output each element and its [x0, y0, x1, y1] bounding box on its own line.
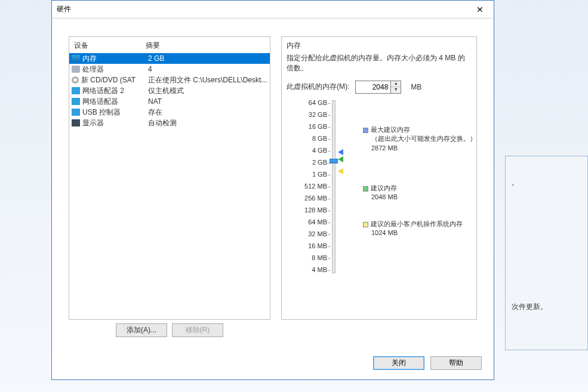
- device-list-panel: 设备 摘要 内存2 GB处理器4新 CD/DVD (SAT正在使用文件 C:\U…: [69, 36, 270, 320]
- device-summary: 2 GB: [148, 54, 270, 63]
- tick-label: 32 GB: [282, 111, 327, 118]
- device-summary: 自动检测: [148, 118, 270, 128]
- tick-label: 4 MB: [282, 266, 327, 273]
- tick-label: 128 MB: [282, 206, 327, 214]
- remove-button: 移除(R): [172, 323, 223, 337]
- legend-recommended: 建议内存 2048 MB: [363, 184, 398, 202]
- dialog-body: 设备 摘要 内存2 GB处理器4新 CD/DVD (SAT正在使用文件 C:\U…: [69, 36, 477, 344]
- legend-max: 最大建议内存 （超出此大小可能发生内存交换。） 2872 MB: [363, 125, 476, 153]
- disp-icon: [72, 119, 80, 126]
- tick-mark: [328, 103, 330, 104]
- device-name: 处理器: [82, 64, 104, 75]
- tick-mark: [328, 234, 330, 235]
- background-window: 。 次件更新。: [505, 156, 588, 350]
- device-row-4[interactable]: 网络适配器NAT: [69, 96, 270, 107]
- memory-title: 内存: [287, 41, 472, 51]
- device-row-5[interactable]: USB 控制器存在: [69, 107, 270, 118]
- tick-label: 8 MB: [282, 254, 327, 261]
- device-summary: 正在使用文件 C:\Users\DELL\Deskt...: [148, 75, 270, 85]
- bg-text-1: 。: [512, 178, 519, 188]
- mem-icon: [72, 55, 80, 62]
- tick-mark: [328, 139, 330, 140]
- legend-rec-swatch-icon: [363, 186, 368, 192]
- memory-spinner: ▲ ▼: [355, 81, 401, 94]
- usb-icon: [72, 109, 80, 116]
- tick-mark: [328, 223, 330, 223]
- tick-mark: [328, 258, 330, 259]
- cpu-icon: [72, 66, 80, 73]
- device-row-3[interactable]: 网络适配器 2仅主机模式: [69, 85, 270, 96]
- tick-label: 64 MB: [282, 218, 327, 226]
- tick-mark: [328, 199, 330, 199]
- device-name: 显示器: [82, 118, 104, 128]
- device-list-header: 设备 摘要: [69, 39, 270, 53]
- memory-desc: 指定分配给此虚拟机的内存量。内存大小必须为 4 MB 的倍数。: [287, 53, 472, 73]
- memory-slider-area: 64 GB32 GB16 GB8 GB4 GB2 GB1 GB512 MB256…: [282, 97, 476, 314]
- titlebar: 硬件 ✕: [52, 1, 494, 18]
- spinner-down-icon[interactable]: ▼: [391, 87, 401, 93]
- memory-panel: 内存 指定分配给此虚拟机的内存量。内存大小必须为 4 MB 的倍数。 此虚拟机的…: [281, 36, 477, 320]
- device-buttons: 添加(A)... 移除(R): [69, 323, 270, 344]
- memory-label: 此虚拟机的内存(M):: [287, 82, 349, 92]
- hardware-dialog: 硬件 ✕ 设备 摘要 内存2 GB处理器4新 CD/DVD (SAT正在使用文件…: [51, 0, 494, 380]
- legend-max-note: （超出此大小可能发生内存交换。）: [363, 134, 476, 143]
- tick-label: 1 GB: [282, 171, 327, 178]
- bg-text-2: 次件更新。: [512, 302, 547, 312]
- marker-max-icon: [338, 149, 343, 155]
- device-summary: 存在: [148, 107, 270, 118]
- close-button[interactable]: 关闭: [373, 356, 424, 370]
- memory-input-row: 此虚拟机的内存(M): ▲ ▼ MB: [287, 81, 472, 94]
- tick-label: 2 GB: [282, 159, 327, 166]
- marker-min-icon: [338, 168, 343, 174]
- tick-label: 8 GB: [282, 135, 327, 142]
- tick-label: 4 GB: [282, 147, 327, 154]
- memory-slider-track[interactable]: [332, 100, 335, 273]
- legend-min-swatch-icon: [363, 222, 368, 227]
- net-icon: [72, 87, 80, 94]
- spinner-up-icon[interactable]: ▲: [391, 81, 401, 87]
- tick-mark: [328, 246, 330, 247]
- marker-recommended-icon: [338, 156, 343, 162]
- tick-label: 16 GB: [282, 123, 327, 130]
- close-icon[interactable]: ✕: [471, 5, 489, 14]
- legend-max-title: 最大建议内存: [371, 126, 410, 133]
- legend-min: 建议的最小客户机操作系统内存 1024 MB: [363, 220, 463, 238]
- net-icon: [72, 98, 80, 105]
- tick-mark: [328, 115, 330, 116]
- device-row-0[interactable]: 内存2 GB: [69, 53, 270, 64]
- tick-mark: [328, 127, 330, 128]
- device-name: 新 CD/DVD (SAT: [81, 75, 136, 85]
- add-button[interactable]: 添加(A)...: [116, 323, 167, 337]
- tick-label: 64 GB: [282, 99, 327, 106]
- help-button[interactable]: 帮助: [430, 356, 482, 370]
- legend-rec-title: 建议内存: [371, 184, 397, 192]
- tick-label: 16 MB: [282, 242, 327, 249]
- tick-mark: [328, 211, 330, 211]
- tick-mark: [328, 187, 330, 187]
- dialog-buttons: 关闭 帮助: [373, 356, 482, 370]
- legend-max-value: 2872 MB: [363, 144, 476, 153]
- cd-icon: [72, 76, 79, 84]
- tick-label: 32 MB: [282, 230, 327, 237]
- legend-max-swatch-icon: [363, 128, 368, 133]
- device-name: 网络适配器: [82, 97, 118, 107]
- device-name: USB 控制器: [82, 107, 121, 118]
- memory-slider-thumb[interactable]: [330, 159, 338, 163]
- legend-rec-value: 2048 MB: [363, 193, 398, 202]
- device-row-1[interactable]: 处理器4: [69, 64, 270, 75]
- tick-mark: [328, 175, 330, 175]
- device-name: 网络适配器 2: [82, 86, 124, 96]
- dialog-title: 硬件: [57, 4, 471, 14]
- tick-label: 512 MB: [282, 183, 327, 190]
- col-device: 设备: [69, 41, 146, 51]
- device-row-6[interactable]: 显示器自动检测: [69, 118, 270, 128]
- legend-min-title: 建议的最小客户机操作系统内存: [371, 220, 463, 227]
- tick-mark: [328, 270, 330, 271]
- spinner-buttons: ▲ ▼: [391, 81, 401, 94]
- device-summary: 仅主机模式: [148, 86, 270, 96]
- memory-input[interactable]: [355, 81, 391, 94]
- tick-label: 256 MB: [282, 195, 327, 202]
- device-summary: NAT: [148, 97, 270, 106]
- col-summary: 摘要: [146, 41, 270, 51]
- device-row-2[interactable]: 新 CD/DVD (SAT正在使用文件 C:\Users\DELL\Deskt.…: [69, 75, 270, 85]
